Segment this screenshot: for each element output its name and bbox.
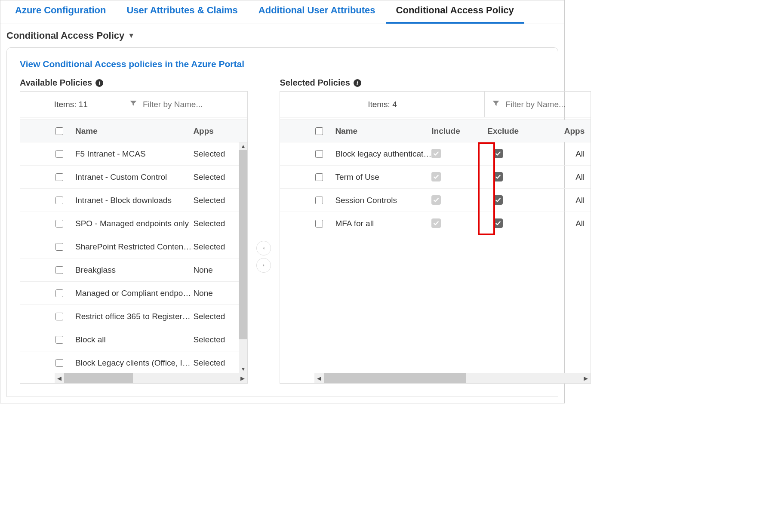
horizontal-scrollbar[interactable]: ◀ ▶: [55, 373, 247, 383]
policy-apps: All: [543, 219, 591, 228]
policy-apps: All: [543, 172, 591, 182]
exclude-cell[interactable]: [487, 195, 543, 205]
info-icon[interactable]: i: [354, 79, 361, 87]
policy-name: Breakglass: [72, 265, 191, 275]
move-left-button[interactable]: [256, 241, 271, 255]
check-icon[interactable]: [431, 172, 441, 181]
row-checkbox[interactable]: [315, 173, 323, 181]
check-icon[interactable]: [493, 218, 503, 228]
available-row[interactable]: Restrict office 365 to Register…Selected: [20, 305, 239, 328]
tab-conditional-access-policy[interactable]: Conditional Access Policy: [386, 0, 524, 24]
exclude-cell[interactable]: [487, 218, 543, 228]
row-checkbox[interactable]: [55, 173, 63, 181]
row-checkbox[interactable]: [55, 266, 63, 274]
row-checkbox[interactable]: [55, 313, 63, 320]
scroll-right-icon[interactable]: ▶: [238, 373, 247, 383]
row-checkbox[interactable]: [55, 289, 63, 297]
selected-items-count: Items: 4: [280, 92, 484, 117]
selected-filter-input[interactable]: [505, 99, 584, 110]
include-cell[interactable]: [431, 149, 487, 159]
policy-apps: None: [191, 289, 239, 298]
check-icon[interactable]: [493, 195, 503, 205]
check-icon[interactable]: [493, 172, 503, 181]
policy-apps: Selected: [191, 219, 239, 228]
check-icon[interactable]: [431, 149, 441, 158]
selected-policies-panel: Selected Policies i Items: 4: [280, 78, 591, 384]
tab-bar: Azure Configuration User Attributes & Cl…: [0, 0, 564, 24]
scroll-up-icon[interactable]: ▲: [240, 142, 246, 150]
filter-icon: [129, 99, 138, 110]
available-row[interactable]: Intranet - Block downloadsSelected: [20, 189, 239, 212]
filter-icon: [492, 99, 500, 110]
available-policies-panel: Available Policies i Items: 11: [20, 78, 248, 384]
available-row[interactable]: BreakglassNone: [20, 258, 239, 282]
policy-name: F5 Intranet - MCAS: [72, 149, 191, 159]
col-include-header: Include: [431, 126, 487, 136]
row-checkbox[interactable]: [55, 150, 63, 158]
include-cell[interactable]: [431, 218, 487, 228]
col-name-header: Name: [72, 126, 191, 136]
row-checkbox[interactable]: [55, 336, 63, 344]
policy-name: Block all: [72, 335, 191, 344]
policy-apps: Selected: [191, 312, 239, 321]
row-checkbox[interactable]: [315, 150, 323, 158]
move-right-button[interactable]: [256, 258, 271, 273]
available-row[interactable]: Intranet - Custom ControlSelected: [20, 166, 239, 189]
policy-name: Managed or Compliant endpo…: [72, 289, 191, 298]
available-items-count: Items: 11: [20, 92, 122, 117]
policy-name: Restrict office 365 to Register…: [72, 312, 191, 321]
horizontal-scrollbar[interactable]: ◀ ▶: [314, 373, 591, 383]
policy-name: Session Controls: [332, 196, 431, 205]
tab-user-attributes-claims[interactable]: User Attributes & Claims: [116, 0, 248, 24]
available-row[interactable]: Block allSelected: [20, 328, 239, 351]
selected-row[interactable]: Session ControlsAll: [280, 189, 591, 212]
available-row[interactable]: Managed or Compliant endpo…None: [20, 282, 239, 305]
available-filter-input[interactable]: [142, 99, 240, 110]
policy-name: SPO - Managed endpoints only: [72, 219, 191, 228]
policy-name: Term of Use: [332, 172, 431, 182]
tab-additional-user-attributes[interactable]: Additional User Attributes: [248, 0, 386, 24]
scroll-right-icon[interactable]: ▶: [581, 373, 591, 383]
selected-select-all[interactable]: [315, 127, 323, 135]
policy-apps: Selected: [191, 242, 239, 252]
row-checkbox[interactable]: [55, 197, 63, 204]
exclude-cell[interactable]: [487, 172, 543, 182]
check-icon[interactable]: [493, 149, 503, 158]
available-row[interactable]: SPO - Managed endpoints onlySelected: [20, 212, 239, 235]
policy-name: Intranet - Block downloads: [72, 196, 191, 205]
row-checkbox[interactable]: [315, 197, 323, 204]
policy-apps: None: [191, 265, 239, 275]
chevron-down-icon: ▼: [128, 32, 135, 40]
available-row[interactable]: F5 Intranet - MCASSelected: [20, 142, 239, 166]
policy-name: MFA for all: [332, 219, 431, 228]
available-select-all[interactable]: [55, 127, 63, 135]
section-header[interactable]: Conditional Access Policy ▼: [0, 24, 564, 41]
selected-row[interactable]: Block legacy authenticat…All: [280, 142, 591, 166]
selected-row[interactable]: Term of UseAll: [280, 166, 591, 189]
include-cell[interactable]: [431, 195, 487, 205]
exclude-cell[interactable]: [487, 149, 543, 159]
row-checkbox[interactable]: [315, 220, 323, 228]
row-checkbox[interactable]: [55, 243, 63, 251]
row-checkbox[interactable]: [55, 220, 63, 228]
policy-name: Block Legacy clients (Office, I…: [72, 358, 191, 368]
selected-row[interactable]: MFA for allAll: [280, 212, 591, 235]
row-checkbox[interactable]: [55, 359, 63, 367]
vertical-scrollbar[interactable]: ▲ ▼: [239, 142, 247, 373]
tab-azure-configuration[interactable]: Azure Configuration: [5, 0, 116, 24]
include-cell[interactable]: [431, 172, 487, 182]
policy-apps: Selected: [191, 149, 239, 159]
view-in-azure-link[interactable]: View Conditional Access policies in the …: [20, 59, 545, 69]
scroll-left-icon[interactable]: ◀: [314, 373, 324, 383]
col-apps-header: Apps: [191, 126, 239, 136]
check-icon[interactable]: [431, 218, 441, 228]
policy-name: SharePoint Restricted Conten…: [72, 242, 191, 252]
check-icon[interactable]: [431, 195, 441, 205]
info-icon[interactable]: i: [95, 79, 103, 87]
available-row[interactable]: Block Legacy clients (Office, I…Selected: [20, 351, 239, 373]
section-title: Conditional Access Policy: [6, 30, 124, 41]
col-apps-header: Apps: [543, 126, 591, 136]
scroll-left-icon[interactable]: ◀: [55, 373, 64, 383]
scroll-down-icon[interactable]: ▼: [240, 365, 246, 373]
available-row[interactable]: SharePoint Restricted Conten…Selected: [20, 235, 239, 258]
